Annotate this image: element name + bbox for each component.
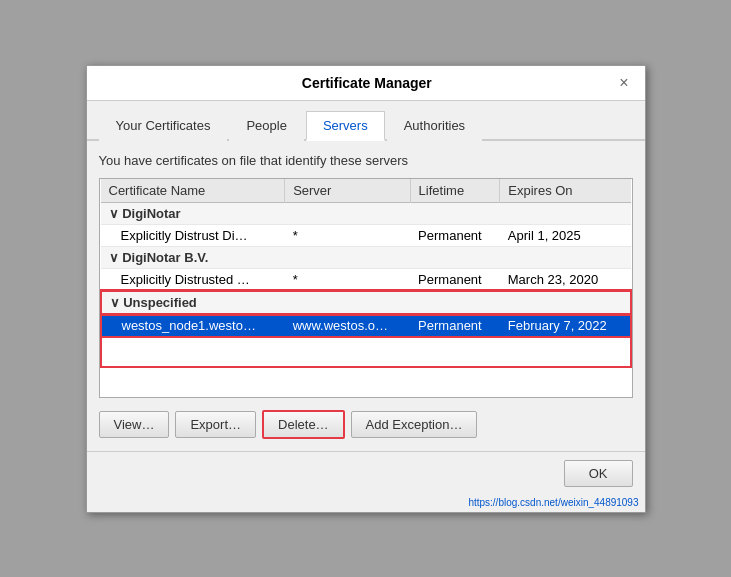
- col-header-server: Server: [285, 179, 410, 203]
- main-content: You have certificates on file that ident…: [87, 141, 645, 451]
- col-header-expires: Expires On: [500, 179, 631, 203]
- tab-servers[interactable]: Servers: [306, 111, 385, 141]
- tab-your-certificates[interactable]: Your Certificates: [99, 111, 228, 141]
- certificate-manager-dialog: Certificate Manager × Your Certificates …: [86, 65, 646, 513]
- lifetime-cell: Permanent: [410, 314, 500, 337]
- action-buttons: View… Export… Delete… Add Exception…: [99, 410, 633, 439]
- group-arrow: ∨: [109, 250, 123, 265]
- delete-button[interactable]: Delete…: [262, 410, 345, 439]
- view-button[interactable]: View…: [99, 411, 170, 438]
- table-row-selected[interactable]: westos_node1.westo… www.westos.o… Perman…: [101, 314, 631, 337]
- close-button[interactable]: ×: [615, 74, 632, 92]
- col-header-lifetime: Lifetime: [410, 179, 500, 203]
- watermark: https://blog.csdn.net/weixin_44891093: [87, 495, 645, 512]
- group-diginotar-bv[interactable]: ∨ DigiNotar B.V.: [101, 246, 631, 268]
- cert-name-cell: westos_node1.westo…: [101, 314, 285, 337]
- description-text: You have certificates on file that ident…: [99, 153, 633, 168]
- cert-name-cell: Explicitly Distrust Di…: [101, 224, 285, 246]
- add-exception-button[interactable]: Add Exception…: [351, 411, 478, 438]
- group-arrow: ∨: [109, 206, 123, 221]
- cert-name-cell: Explicitly Distrusted …: [101, 268, 285, 291]
- group-diginotar[interactable]: ∨ DigiNotar: [101, 202, 631, 224]
- export-button[interactable]: Export…: [175, 411, 256, 438]
- ok-row: OK: [87, 451, 645, 495]
- dialog-title: Certificate Manager: [119, 75, 616, 91]
- table-row[interactable]: Explicitly Distrusted … * Permanent Marc…: [101, 268, 631, 291]
- col-header-cert-name: Certificate Name: [101, 179, 285, 203]
- group-arrow: ∨: [110, 295, 124, 310]
- empty-row: [101, 337, 631, 367]
- table-row[interactable]: Explicitly Distrust Di… * Permanent Apri…: [101, 224, 631, 246]
- tab-people[interactable]: People: [229, 111, 303, 141]
- tab-bar: Your Certificates People Servers Authori…: [87, 101, 645, 141]
- server-cell: www.westos.o…: [285, 314, 410, 337]
- server-cell: *: [285, 268, 410, 291]
- expires-cell: February 7, 2022: [500, 314, 631, 337]
- table-header-row: Certificate Name Server Lifetime Expires…: [101, 179, 631, 203]
- lifetime-cell: Permanent: [410, 224, 500, 246]
- tab-authorities[interactable]: Authorities: [387, 111, 482, 141]
- title-bar: Certificate Manager ×: [87, 66, 645, 101]
- certificates-table-container: Certificate Name Server Lifetime Expires…: [99, 178, 633, 398]
- group-unspecified[interactable]: ∨ Unspecified: [101, 291, 631, 314]
- expires-cell: March 23, 2020: [500, 268, 631, 291]
- lifetime-cell: Permanent: [410, 268, 500, 291]
- ok-button[interactable]: OK: [564, 460, 633, 487]
- certificates-table: Certificate Name Server Lifetime Expires…: [100, 179, 632, 368]
- expires-cell: April 1, 2025: [500, 224, 631, 246]
- server-cell: *: [285, 224, 410, 246]
